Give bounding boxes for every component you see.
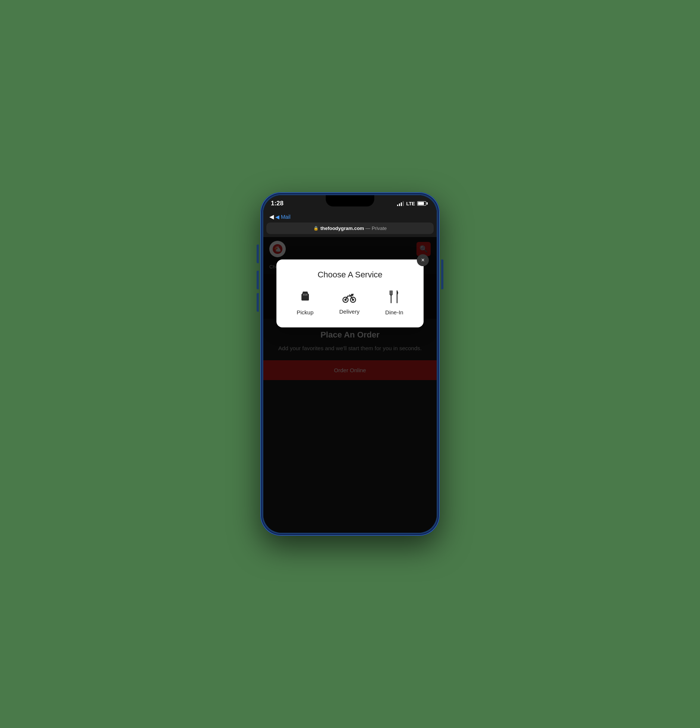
service-option-delivery[interactable]: Delivery — [339, 291, 359, 315]
delivery-icon — [342, 291, 357, 305]
url-bar[interactable]: 🔒 thefoodygram.com — Private — [266, 223, 434, 234]
battery-icon — [417, 201, 428, 206]
service-options: Pickup — [284, 290, 416, 315]
lte-label: LTE — [406, 201, 415, 206]
notch — [326, 195, 374, 206]
phone-frame: 1:28 LTE ◀ ◀ Mail — [260, 192, 440, 536]
screen: 1:28 LTE ◀ ◀ Mail — [263, 195, 437, 533]
modal-title: Choose A Service — [284, 270, 416, 280]
modal-overlay: × Choose A Service — [263, 237, 437, 533]
status-right: LTE — [397, 201, 428, 206]
service-option-dine-in[interactable]: Dine-In — [385, 290, 403, 315]
pickup-label: Pickup — [297, 309, 313, 315]
back-nav-label: ◀ Mail — [275, 214, 291, 220]
svg-point-6 — [344, 299, 347, 301]
pickup-icon — [298, 290, 312, 305]
delivery-label: Delivery — [339, 308, 359, 315]
status-time: 1:28 — [271, 200, 284, 207]
dine-in-icon — [389, 290, 400, 305]
close-icon: × — [421, 257, 425, 264]
svg-point-7 — [352, 299, 354, 301]
back-arrow-icon: ◀ — [269, 213, 274, 220]
modal-close-button[interactable]: × — [417, 254, 429, 266]
service-option-pickup[interactable]: Pickup — [297, 290, 313, 315]
lock-icon: 🔒 — [313, 226, 319, 231]
dine-in-label: Dine-In — [385, 309, 403, 315]
website-content: 🐔 🔍 Chef's Specials Sandwiches Jumbo Win… — [263, 237, 437, 533]
url-text: thefoodygram.com — Private — [320, 225, 387, 231]
choose-service-modal: × Choose A Service — [276, 259, 424, 327]
signal-bars-icon — [397, 201, 404, 206]
browser-back-nav[interactable]: ◀ ◀ Mail — [263, 212, 437, 223]
